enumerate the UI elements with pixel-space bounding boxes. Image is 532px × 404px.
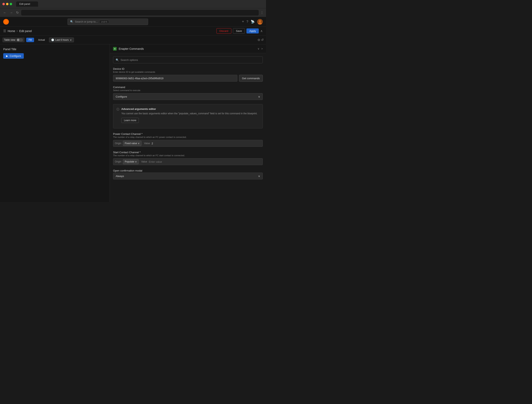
edit-actions: Discard Save Apply ∧ (216, 28, 263, 34)
refresh-data-button[interactable]: ↺ (261, 38, 264, 42)
confirmation-modal-value: Always (116, 175, 124, 178)
fill-button[interactable]: Fill (26, 38, 34, 42)
bell-icon[interactable]: 📡 (251, 20, 255, 24)
start-value-label: Value (141, 160, 147, 163)
power-value-label: Value (144, 142, 150, 145)
global-search[interactable]: 🔍 Search or jump to... cmd+k (68, 19, 148, 25)
breadcrumb: Home > Edit panel (8, 29, 32, 33)
titlebar: Edit panel (0, 0, 266, 8)
traffic-lights (2, 3, 12, 5)
power-origin-select[interactable]: Fixed value ∨ (123, 141, 141, 146)
start-contact-section: Start Contact Channel * The number of a … (113, 151, 263, 165)
edit-bar: ☰ Home > Edit panel Discard Save Apply ∧ (0, 27, 266, 35)
breadcrumb-separator: > (16, 29, 18, 33)
confirmation-modal-section: Open confirmation modal Always ∨ (113, 169, 263, 180)
table-view-label: Table view (4, 38, 15, 41)
power-contact-section: Power Contact Channel * The number of a … (113, 132, 263, 147)
advanced-editor-content: Advanced arguments editor You cannot use… (121, 108, 257, 123)
search-options-icon: 🔍 (116, 58, 119, 62)
right-panel: ⊞ Enapter Commands ∨ > 🔍 Search options … (110, 44, 266, 202)
clock-icon: 🕐 (51, 38, 54, 41)
grafana-topbar: 🔍 Search or jump to... cmd+k + ? 📡 (0, 17, 266, 27)
start-origin-select[interactable]: Populate ∨ (123, 159, 139, 164)
menu-button[interactable]: ☰ (3, 29, 6, 33)
chevron-down-icon[interactable]: ∨ (258, 47, 260, 50)
command-section: Command Select command to execute Config… (113, 86, 263, 100)
panel-title: Panel Title (3, 48, 106, 51)
search-options-bar[interactable]: 🔍 Search options (113, 57, 263, 63)
right-header-actions: ∨ > (258, 47, 263, 50)
user-avatar[interactable] (257, 19, 263, 25)
zoom-out-button[interactable]: ⊖ (258, 38, 260, 42)
tab-label: Edit panel (19, 3, 30, 6)
advanced-editor-header: ⓘ Advanced arguments editor You cannot u… (116, 108, 259, 123)
command-label: Command (113, 86, 263, 89)
right-content: 🔍 Search options Device ID Enter device … (110, 53, 266, 202)
power-contact-label: Power Contact Channel * (113, 132, 263, 135)
breadcrumb-home[interactable]: Home (8, 29, 15, 33)
start-contact-row: Origin Populate ∨ Value (113, 158, 263, 165)
start-value-input[interactable] (149, 160, 261, 163)
start-contact-desc: The number of a relay channel to which a… (113, 154, 263, 157)
start-contact-label: Start Contact Channel * (113, 151, 263, 154)
active-tab[interactable]: Edit panel (16, 1, 38, 7)
back-button[interactable]: ← (2, 10, 7, 15)
get-commands-button[interactable]: Get commands (239, 75, 263, 82)
browser-navbar: ← → ↻ ⋮ (0, 8, 266, 17)
svg-point-3 (259, 20, 261, 22)
topbar-right: + ? 📡 (242, 19, 263, 25)
start-origin-chevron-icon: ∨ (135, 160, 137, 163)
search-icon: 🔍 (70, 20, 73, 23)
advanced-editor-title: Advanced arguments editor (121, 108, 257, 110)
time-range-label: Last 6 hours (55, 38, 69, 41)
advanced-editor-description: You cannot use the basic arguments edito… (121, 112, 257, 115)
help-button[interactable]: ? (247, 20, 248, 24)
search-placeholder: Search or jump to... (75, 20, 98, 23)
plugin-icon: ⊞ (113, 47, 117, 51)
toolbar-right: ⊖ ↺ (258, 38, 264, 42)
save-button[interactable]: Save (233, 28, 245, 34)
refresh-button[interactable]: ↻ (15, 10, 19, 15)
power-contact-desc: The number of a relay channel to which a… (113, 136, 263, 138)
left-panel: Panel Title ▶ Configure (0, 44, 110, 202)
address-bar[interactable] (21, 10, 259, 16)
discard-button[interactable]: Discard (216, 28, 231, 34)
apply-button[interactable]: Apply (247, 28, 259, 33)
forward-button[interactable]: → (9, 10, 14, 15)
power-origin-chevron-icon: ∨ (138, 142, 140, 145)
collapse-button[interactable]: ∧ (260, 29, 263, 33)
actual-button[interactable]: Actual (36, 38, 47, 42)
configure-button[interactable]: ▶ Configure (3, 53, 24, 59)
power-origin-value: Fixed value (125, 142, 137, 145)
minimize-button[interactable] (6, 3, 8, 5)
confirmation-modal-label: Open confirmation modal (113, 169, 263, 172)
play-icon: ▶ (6, 54, 8, 58)
confirmation-modal-select[interactable]: Always ∨ (113, 173, 263, 180)
search-options-placeholder: Search options (120, 58, 138, 62)
power-value-input[interactable] (152, 142, 261, 145)
chevron-right-icon[interactable]: > (261, 47, 263, 50)
browser-more-button[interactable]: ⋮ (260, 11, 264, 14)
learn-more-button[interactable]: Learn more (121, 118, 139, 123)
close-button[interactable] (2, 3, 5, 5)
add-button[interactable]: + (242, 19, 244, 24)
maximize-button[interactable] (10, 3, 12, 5)
power-origin-label: Origin (115, 142, 121, 145)
power-contact-row: Origin Fixed value ∨ Value (113, 140, 263, 147)
command-value: Configure (116, 95, 127, 98)
time-range-picker[interactable]: 🕐 Last 6 hours ∨ (49, 38, 74, 42)
grafana-logo (3, 19, 9, 25)
table-view-toggle[interactable] (17, 38, 23, 42)
tab-bar: Edit panel (16, 1, 264, 7)
command-select[interactable]: Configure ∨ (113, 93, 263, 100)
device-id-desc: Enter device ID to get available command… (113, 71, 263, 73)
svg-point-1 (6, 21, 7, 22)
start-origin-value: Populate (125, 160, 134, 163)
breadcrumb-current: Edit panel (19, 29, 32, 33)
advanced-editor-section: ⓘ Advanced arguments editor You cannot u… (113, 104, 263, 128)
command-desc: Select command to execute (113, 89, 263, 91)
keyboard-shortcut: cmd+k (99, 20, 109, 23)
right-header-title: Enapter Commands (119, 47, 255, 50)
device-id-input[interactable] (113, 75, 237, 82)
info-icon: ⓘ (116, 108, 119, 111)
